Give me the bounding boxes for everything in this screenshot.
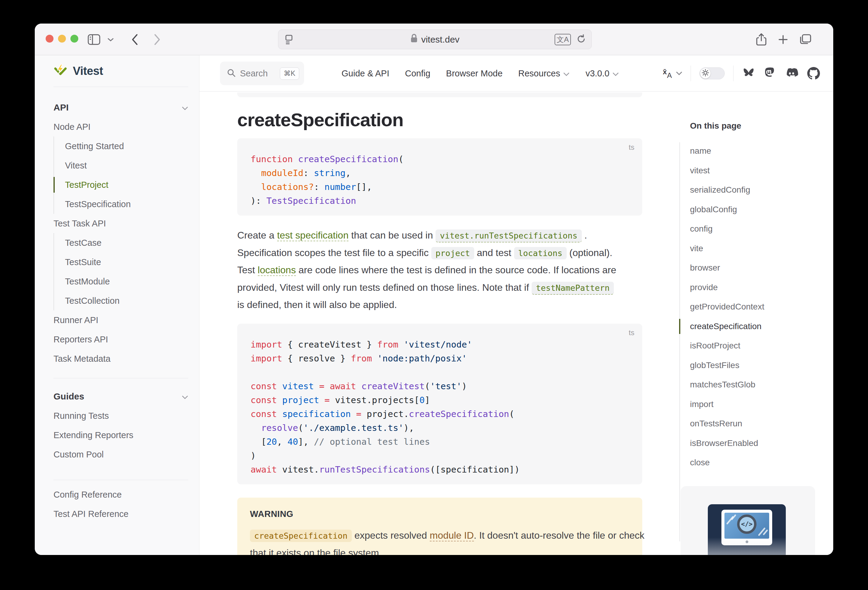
outline-item-ontestsrerun[interactable]: onTestsRerun	[690, 414, 764, 434]
sidebar-item-testsuite[interactable]: TestSuite	[54, 252, 188, 272]
sidebar-item-testcase[interactable]: TestCase	[54, 233, 188, 252]
address-bar[interactable]: vitest.dev 文A	[278, 29, 592, 49]
code-line: await vitest.runTestSpecifications([spec…	[251, 463, 629, 477]
lock-icon	[410, 34, 418, 45]
nav-link-v3-0-0[interactable]: v3.0.0	[585, 69, 619, 78]
translate-menu[interactable]: x̄A	[662, 68, 682, 79]
nav-link-browser-mode[interactable]: Browser Mode	[446, 69, 503, 78]
zoom-window-button[interactable]	[71, 35, 78, 43]
code-line: function createSpecification(	[251, 152, 629, 166]
code-line: )	[251, 449, 629, 463]
code-line: moduleId: string,	[251, 166, 629, 180]
outline-item-matchestestglob[interactable]: matchesTestGlob	[690, 375, 764, 395]
nav-link-label: Config	[405, 69, 430, 78]
mastodon-icon[interactable]	[764, 67, 776, 80]
svg-text:A: A	[667, 71, 672, 79]
nav-link-guide-api[interactable]: Guide & API	[341, 69, 389, 78]
outline-item-createspecification[interactable]: createSpecification	[690, 317, 764, 336]
bluesky-icon[interactable]	[742, 67, 755, 79]
nav-link-label: Resources	[518, 69, 560, 78]
sidebar-item-testcollection[interactable]: TestCollection	[54, 291, 188, 310]
sidebar-item-node-api[interactable]: Node API	[53, 117, 188, 137]
share-icon[interactable]	[756, 24, 767, 55]
minimize-window-button[interactable]	[58, 35, 66, 43]
sidebar-item-testspecification[interactable]: TestSpecification	[54, 194, 188, 214]
discord-icon[interactable]	[784, 68, 799, 79]
outline-item-vitest[interactable]: vitest	[690, 161, 764, 181]
vitest-logo-icon	[53, 63, 67, 78]
sidebar-item-extending-reporters[interactable]: Extending Reporters	[53, 425, 188, 445]
github-icon[interactable]	[807, 67, 820, 80]
chevron-down-icon	[182, 102, 188, 113]
text-line: that it exists on the file system.	[250, 544, 630, 555]
sidebar-item-task-metadata[interactable]: Task Metadata	[53, 349, 188, 368]
outline-item-close[interactable]: close	[690, 453, 764, 472]
text-line: Test locations are code lines where the …	[237, 262, 651, 279]
sidebar-item-reporters-api[interactable]: Reporters API	[53, 330, 188, 349]
sidebar-item-testproject[interactable]: TestProject	[54, 175, 188, 194]
inline-link[interactable]: module ID	[430, 530, 474, 541]
sidebar-toggle-icon[interactable]	[87, 24, 100, 55]
sidebar-item-config-reference[interactable]: Config Reference	[53, 485, 188, 504]
tab-overview-icon[interactable]	[799, 24, 812, 55]
outline-item-provide[interactable]: provide	[690, 278, 764, 297]
logo[interactable]: Vitest	[53, 55, 188, 87]
sidebar-chevron-icon[interactable]	[107, 24, 114, 55]
forward-button[interactable]	[153, 24, 161, 55]
sidebar-item-getting-started[interactable]: Getting Started	[54, 137, 188, 156]
sidebar-item-custom-pool[interactable]: Custom Pool	[53, 445, 188, 464]
search-button[interactable]: Search ⌘K	[220, 62, 304, 85]
url-text: vitest.dev	[421, 34, 460, 45]
translate-icon[interactable]: 文A	[555, 34, 571, 45]
new-tab-icon[interactable]	[778, 24, 788, 55]
outline-item-globtestfiles[interactable]: globTestFiles	[690, 356, 764, 375]
sidebar: Vitest APINode APIGetting StartedVitestT…	[35, 55, 199, 555]
search-label: Search	[240, 69, 276, 78]
outline-item-isrootproject[interactable]: isRootProject	[690, 336, 764, 356]
nav-link-resources[interactable]: Resources	[518, 69, 570, 78]
nav-link-label: Browser Mode	[446, 69, 503, 78]
nav-link-config[interactable]: Config	[405, 69, 430, 78]
close-window-button[interactable]	[46, 35, 53, 43]
sidebar-section-api[interactable]: API	[53, 98, 188, 117]
text-line: Create a test specification that can be …	[237, 227, 651, 244]
search-icon	[227, 68, 236, 78]
inline-code-link[interactable]: vitest.runTestSpecifications	[435, 230, 582, 243]
inline-code: locations	[514, 247, 567, 259]
outline-track	[679, 142, 680, 541]
code-line: import { resolve } from 'node:path/posix…	[251, 352, 629, 365]
outline-item-config[interactable]: config	[690, 219, 764, 239]
divider	[733, 66, 734, 81]
chevron-down-icon	[612, 69, 619, 78]
outline-item-serializedconfig[interactable]: serializedConfig	[690, 180, 764, 200]
code-line	[251, 365, 629, 379]
sidebar-item-test-task-api[interactable]: Test Task API	[53, 214, 188, 233]
inline-link[interactable]: test specification	[277, 230, 349, 241]
inline-code: project	[431, 247, 474, 259]
outline-item-isbrowserenabled[interactable]: isBrowserEnabled	[690, 434, 764, 453]
sponsor-card[interactable]: </>	[681, 486, 815, 555]
sidebar-item-running-tests[interactable]: Running Tests	[53, 406, 188, 425]
browser-window: vitest.dev 文A	[35, 24, 833, 555]
outline-item-globalconfig[interactable]: globalConfig	[690, 200, 764, 219]
back-button[interactable]	[131, 24, 139, 55]
inline-code-link[interactable]: testNamePattern	[531, 282, 614, 295]
text-line: is defined, then it will also be applied…	[237, 296, 651, 314]
sidebar-item-runner-api[interactable]: Runner API	[53, 310, 188, 330]
outline-item-name[interactable]: name	[690, 141, 764, 161]
inline-link[interactable]: locations	[258, 265, 296, 276]
outline-item-browser[interactable]: browser	[690, 258, 764, 278]
outline-item-import[interactable]: import	[690, 395, 764, 414]
sidebar-item-testmodule[interactable]: TestModule	[54, 272, 188, 291]
refresh-icon[interactable]	[576, 34, 586, 45]
theme-toggle[interactable]	[699, 67, 725, 79]
outline-item-getprovidedcontext[interactable]: getProvidedContext	[690, 297, 764, 317]
sidebar-item-vitest[interactable]: Vitest	[54, 156, 188, 175]
sun-icon	[702, 69, 709, 78]
previous-code-block-edge	[237, 93, 642, 97]
sidebar-item-test-api-reference[interactable]: Test API Reference	[53, 504, 188, 524]
sidebar-section-guides[interactable]: Guides	[53, 387, 188, 406]
outline-item-vite[interactable]: vite	[690, 239, 764, 259]
traffic-lights	[46, 35, 78, 43]
code-line: const vitest = await createVitest('test'…	[251, 379, 629, 393]
